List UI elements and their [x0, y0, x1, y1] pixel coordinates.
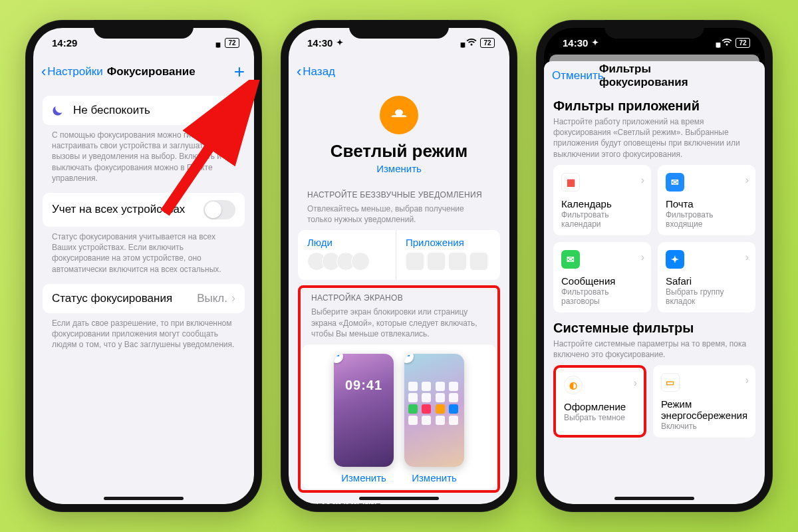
- tile-title: Почта: [666, 198, 747, 209]
- svg-point-1: [396, 110, 402, 117]
- screen-1: 14:29 72 ‹ Настройки Фокусирование +: [33, 28, 254, 504]
- back-button[interactable]: ‹ Назад: [297, 65, 335, 79]
- status-time: 14:30: [563, 37, 588, 49]
- content-area: Светлый режим Изменить НАСТРОЙТЕ БЕЗЗВУЧ…: [289, 86, 509, 504]
- tile-subtitle: Фильтровать входящие: [666, 210, 747, 229]
- back-label: Назад: [303, 65, 335, 78]
- share-across-row[interactable]: Учет на всех устройствах: [43, 193, 245, 227]
- screen-3: 14:30 ✦ 72 Отменить Фильтры фокусировани…: [544, 28, 765, 504]
- notch: [349, 20, 449, 39]
- svg-rect-2: [392, 116, 407, 117]
- allowed-row: Люди Приложения: [298, 230, 500, 280]
- nav-bar: ‹ Назад: [289, 57, 509, 86]
- system-filters-title: Системные фильтры: [544, 313, 765, 337]
- modal-sheet: Отменить Фильтры фокусирования Фильтры п…: [544, 61, 765, 504]
- status-time: 14:30: [307, 37, 332, 49]
- tile-title: Оформление: [564, 401, 636, 412]
- tile-lowpower[interactable]: › ▭ Режим энергосбережения Включить: [653, 365, 755, 438]
- rename-link[interactable]: Изменить: [298, 163, 500, 174]
- notch: [94, 20, 194, 39]
- add-button[interactable]: +: [234, 63, 245, 81]
- chevron-right-icon: ›: [641, 251, 644, 263]
- phone-frame-2: 14:30 ✦ 72 ‹ Назад Светлый режим Изменит…: [281, 20, 517, 512]
- chevron-right-icon: ›: [745, 174, 749, 186]
- nav-bar: ‹ Настройки Фокусирование +: [33, 57, 254, 86]
- share-label: Учет на всех устройствах: [52, 203, 203, 216]
- battery-icon: 72: [480, 38, 495, 48]
- tile-calendar[interactable]: › ▦ Календарь Фильтровать календари: [553, 165, 651, 235]
- edit-lockscreen-link[interactable]: Изменить: [334, 472, 394, 483]
- silence-header: НАСТРОЙТЕ БЕЗЗВУЧНЫЕ УВЕДОМЛЕНИЯ: [298, 178, 500, 202]
- chevron-right-icon: ›: [231, 291, 235, 305]
- caption-2: Статус фокусирования учитывается на всех…: [43, 227, 245, 275]
- highlight-box-screens: НАСТРОЙКА ЭКРАНОВ Выберите экран блокиро…: [298, 285, 500, 493]
- homescreen-preview[interactable]: −: [404, 354, 464, 467]
- back-label: Настройки: [47, 65, 102, 78]
- mail-icon: ✉: [666, 173, 684, 192]
- cancel-button[interactable]: Отменить: [552, 69, 604, 82]
- safari-icon: ✦: [666, 250, 684, 269]
- calendar-icon: ▦: [561, 173, 580, 192]
- phone-frame-3: 14:30 ✦ 72 Отменить Фильтры фокусировани…: [536, 20, 773, 512]
- focus-status-label: Статус фокусирования: [52, 292, 197, 305]
- people-avatars: [307, 252, 386, 271]
- tile-safari[interactable]: › ✦ Safari Выбрать группу вкладок: [658, 242, 755, 313]
- screens-card: − 09:41 Изменить −: [302, 344, 496, 489]
- hero: Светлый режим Изменить: [298, 86, 500, 178]
- content-area: Не беспокоить › С помощью фокусирования …: [33, 86, 254, 504]
- apps-cell[interactable]: Приложения: [396, 230, 500, 280]
- focus-status-row[interactable]: Статус фокусирования Выкл. ›: [43, 284, 245, 313]
- system-filters-grid: › ◐ Оформление Выбрать темное › ▭ Режим …: [544, 365, 765, 438]
- chevron-right-icon: ›: [745, 251, 749, 263]
- tile-title: Календарь: [561, 198, 643, 209]
- edit-homescreen-link[interactable]: Изменить: [404, 472, 464, 483]
- apps-label: Приложения: [406, 237, 491, 248]
- tile-title: Safari: [666, 275, 747, 287]
- dnd-row[interactable]: Не беспокоить ›: [43, 96, 245, 125]
- focus-mode-icon: [380, 96, 418, 134]
- silence-caption: Отвлекайтесь меньше, выбрав получение то…: [298, 202, 500, 230]
- mini-clock: 09:41: [334, 354, 394, 393]
- tile-subtitle: Фильтровать календари: [561, 210, 643, 229]
- screen-2: 14:30 ✦ 72 ‹ Назад Светлый режим Изменит…: [289, 28, 509, 504]
- caption-3: Если дать свое разрешение, то при включе…: [43, 313, 245, 350]
- cellular-icon: [460, 37, 463, 49]
- status-time: 14:29: [52, 37, 77, 49]
- screens-header: НАСТРОЙКА ЭКРАНОВ: [302, 289, 496, 305]
- tile-subtitle: Включить: [661, 422, 747, 431]
- tile-subtitle: Выбрать группу вкладок: [666, 287, 747, 306]
- appearance-icon: ◐: [564, 376, 583, 394]
- tile-messages[interactable]: › ✉ Сообщения Фильтровать разговоры: [553, 242, 651, 313]
- people-cell[interactable]: Люди: [298, 230, 396, 280]
- caption-1: С помощью фокусирования можно гибко наст…: [43, 125, 245, 184]
- tile-appearance[interactable]: › ◐ Оформление Выбрать темное: [553, 365, 646, 438]
- back-button[interactable]: ‹ Настройки: [41, 65, 103, 79]
- messages-icon: ✉: [561, 250, 580, 269]
- phone-frame-1: 14:29 72 ‹ Настройки Фокусирование +: [25, 20, 262, 512]
- app-filters-title: Фильтры приложений: [544, 90, 765, 115]
- focus-indicator-icon: ✦: [592, 38, 598, 47]
- cellular-icon: [716, 37, 718, 49]
- chevron-right-icon: ›: [745, 374, 749, 386]
- lockscreen-preview[interactable]: − 09:41: [334, 354, 394, 467]
- moon-icon: [52, 104, 66, 116]
- focus-status-value: Выкл.: [197, 292, 227, 305]
- focus-indicator-icon: ✦: [336, 38, 343, 47]
- apps-icons: [406, 252, 491, 271]
- notch: [604, 20, 704, 39]
- share-toggle[interactable]: [203, 200, 235, 219]
- chevron-right-icon: ›: [634, 377, 637, 389]
- home-indicator[interactable]: [104, 497, 184, 500]
- nav-title: Фокусирование: [107, 65, 196, 78]
- screens-caption: Выберите экран блокировки или страницу э…: [302, 305, 496, 344]
- wifi-icon: [722, 37, 732, 49]
- home-indicator[interactable]: [614, 497, 694, 500]
- home-indicator[interactable]: [359, 497, 439, 500]
- cellular-icon: [215, 37, 218, 49]
- chevron-right-icon: ›: [641, 174, 644, 186]
- sheet-title: Фильтры фокусирования: [599, 63, 710, 89]
- tile-mail[interactable]: › ✉ Почта Фильтровать входящие: [658, 165, 755, 235]
- mini-app-grid: [404, 378, 464, 429]
- tile-subtitle: Фильтровать разговоры: [561, 287, 643, 306]
- battery-mode-icon: ▭: [661, 373, 680, 392]
